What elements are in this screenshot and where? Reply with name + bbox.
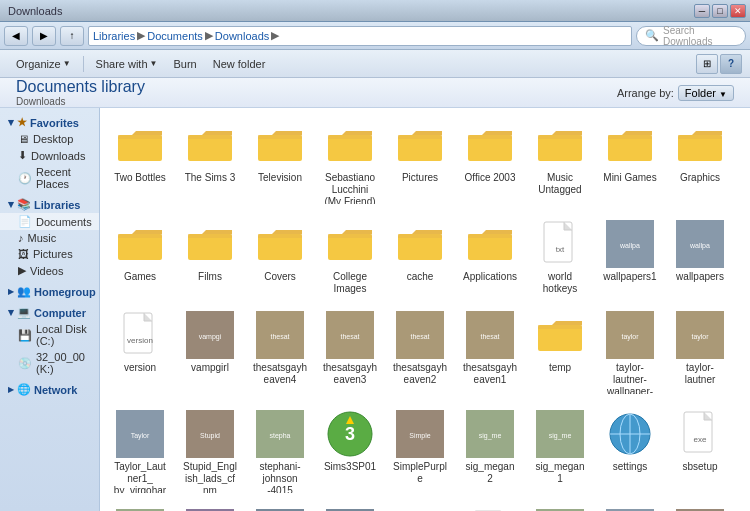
sidebar-item-drive-k[interactable]: 💿 32_00_00 (K:) — [0, 349, 99, 377]
file-icon-folder — [326, 220, 374, 268]
videos-icon: ▶ — [18, 264, 26, 277]
file-item[interactable]: rsz_sh rsz_shontelle_-_3-shirt — [248, 504, 312, 511]
svg-text:Stupid: Stupid — [200, 432, 220, 440]
file-item[interactable]: txt world hotkeys — [528, 215, 592, 300]
help-button[interactable]: ? — [720, 54, 742, 74]
file-item[interactable]: 3 Sims3SP01 — [318, 405, 382, 498]
file-label: Mini Games — [603, 172, 656, 184]
sidebar-section-favorites: ▾ ★ Favorites 🖥 Desktop ⬇ Downloads 🕐 Re… — [0, 114, 99, 192]
file-item[interactable]: stepha stephani-johnson -4015 — [248, 405, 312, 498]
file-item[interactable]: Ruanda Ruanda news Dec 2009 — [178, 504, 242, 511]
file-item[interactable]: Mini Games — [598, 116, 662, 209]
file-item[interactable]: The Sims 3 — [178, 116, 242, 209]
file-item[interactable]: settings — [598, 405, 662, 498]
close-button[interactable]: ✕ — [730, 4, 746, 18]
sidebar-item-documents[interactable]: 📄 Documents — [0, 213, 99, 230]
organize-button[interactable]: Organize ▼ — [8, 53, 79, 75]
file-item[interactable]: thesat thesatsgayheaven3 — [318, 306, 382, 399]
back-button[interactable]: ◀ — [4, 26, 28, 46]
file-icon-sims-icon: 3 — [326, 410, 374, 458]
sidebar-item-pictures[interactable]: 🖼 Pictures — [0, 246, 99, 262]
file-label: Stupid_English_lads_cfnm — [183, 461, 237, 493]
file-item[interactable]: Covers — [248, 215, 312, 300]
file-item[interactable]: Films — [178, 215, 242, 300]
svg-rect-19 — [118, 234, 162, 238]
file-item[interactable]: output output_topalbumcollage.php — [668, 504, 732, 511]
svg-rect-56 — [538, 325, 582, 329]
file-label: taylor-lautner-wallpaper-twilight-crepus… — [603, 362, 657, 394]
documents-icon: 📄 — [18, 215, 32, 228]
burn-button[interactable]: Burn — [165, 53, 204, 75]
file-item[interactable]: wallpa wallpapers — [668, 215, 732, 300]
sidebar-libraries-title[interactable]: ▾ 📚 Libraries — [0, 196, 99, 213]
sidebar-item-recent[interactable]: 🕐 Recent Places — [0, 164, 99, 192]
file-item[interactable]: Two Bottles — [108, 116, 172, 209]
file-item[interactable]: thesat thesatsgayheaven1 — [458, 306, 522, 399]
file-item[interactable]: College Images — [318, 215, 382, 300]
file-item[interactable]: version version — [108, 306, 172, 399]
sidebar-computer-title[interactable]: ▾ 💻 Computer — [0, 304, 99, 321]
share-with-button[interactable]: Share with ▼ — [88, 53, 166, 75]
search-box[interactable]: 🔍 Search Downloads — [636, 26, 746, 46]
file-item[interactable]: temp — [528, 306, 592, 399]
file-item[interactable]: Simple SimplePurple — [388, 405, 452, 498]
library-subtitle: Downloads — [16, 96, 145, 107]
file-item[interactable]: vampgi vampgirl — [178, 306, 242, 399]
sidebar-item-local-disk[interactable]: 💾 Local Disk (C:) — [0, 321, 99, 349]
up-button[interactable]: ↑ — [60, 26, 84, 46]
file-item[interactable]: Applications — [458, 215, 522, 300]
sidebar-network-title[interactable]: ▸ 🌐 Network — [0, 381, 99, 398]
file-item[interactable]: save t save the best — [108, 504, 172, 511]
file-item[interactable]: sig_me sig_megan1 — [528, 405, 592, 498]
minimize-button[interactable]: ─ — [694, 4, 710, 18]
file-item[interactable]: Taylor Taylor_Lautner1_ by_virgoharibo — [108, 405, 172, 498]
file-label: Sims3SP01 — [324, 461, 376, 473]
file-item[interactable]: Pictures — [388, 116, 452, 209]
file-label: Taylor_Lautner1_ by_virgoharibo — [113, 461, 167, 493]
file-item[interactable]: Television — [248, 116, 312, 209]
file-item[interactable]: rsz_sa rsz_sallyahripubbesourcemag — [318, 504, 382, 511]
file-item[interactable]: cache — [388, 215, 452, 300]
view-toggle-button[interactable]: ⊞ — [696, 54, 718, 74]
file-item[interactable]: Games — [108, 215, 172, 300]
sidebar-favorites-title[interactable]: ▾ ★ Favorites — [0, 114, 99, 131]
new-folder-button[interactable]: New folder — [205, 53, 274, 75]
file-item[interactable]: Graphics — [668, 116, 732, 209]
file-item[interactable]: playlist playlist — [458, 504, 522, 511]
path-downloads[interactable]: Downloads — [215, 30, 269, 42]
file-item[interactable]: exe sbsetup — [668, 405, 732, 498]
arrange-by-button[interactable]: Folder ▼ — [678, 85, 734, 101]
path-documents[interactable]: Documents — [147, 30, 203, 42]
file-item[interactable]: Office 2003 — [458, 116, 522, 209]
forward-button[interactable]: ▶ — [32, 26, 56, 46]
file-item[interactable]: Sebastiano Lucchini (My Friend) — [318, 116, 382, 209]
computer-chevron-icon: ▾ — [8, 306, 14, 319]
file-item[interactable]: Music Untagged — [528, 116, 592, 209]
sidebar-homegroup-title[interactable]: ▸ 👥 Homegroup — [0, 283, 99, 300]
sidebar-item-desktop[interactable]: 🖥 Desktop — [0, 131, 99, 147]
file-item[interactable]: Stupid Stupid_English_lads_cfnm — [178, 405, 242, 498]
file-item[interactable]: wallpa wallpapers1 — [598, 215, 662, 300]
file-item[interactable]: thesat thesatsgayheaven2 — [388, 306, 452, 399]
file-item[interactable]: taylor taylor-lautner-wallpaper-twilight… — [598, 306, 662, 399]
library-header: Documents library Downloads Arrange by: … — [0, 78, 750, 108]
file-item[interactable]: peter peter — [598, 504, 662, 511]
address-path[interactable]: Libraries ▶ Documents ▶ Downloads ▶ — [88, 26, 632, 46]
svg-rect-5 — [258, 135, 302, 139]
file-item[interactable]: sig_me sig_megan2 — [458, 405, 522, 498]
file-item[interactable]: thesat thesatsgayheaven4 — [248, 306, 312, 399]
sidebar-item-downloads[interactable]: ⬇ Downloads — [0, 147, 99, 164]
file-item[interactable]: UP ▲ RapidUploader — [388, 504, 452, 511]
file-item[interactable]: taylor taylor-lautner — [668, 306, 732, 399]
sidebar-item-videos[interactable]: ▶ Videos — [0, 262, 99, 279]
sidebar: ▾ ★ Favorites 🖥 Desktop ⬇ Downloads 🕐 Re… — [0, 108, 100, 511]
file-item[interactable]: Phoeni Phoenix Choir January 2010 Concer… — [528, 504, 592, 511]
svg-rect-3 — [188, 135, 232, 139]
sidebar-item-music[interactable]: ♪ Music — [0, 230, 99, 246]
window-title: Downloads — [8, 5, 62, 17]
recent-icon: 🕐 — [18, 172, 32, 185]
toolbar: Organize ▼ Share with ▼ Burn New folder … — [0, 50, 750, 78]
disk-icon: 💾 — [18, 329, 32, 342]
path-libraries[interactable]: Libraries — [93, 30, 135, 42]
maximize-button[interactable]: □ — [712, 4, 728, 18]
